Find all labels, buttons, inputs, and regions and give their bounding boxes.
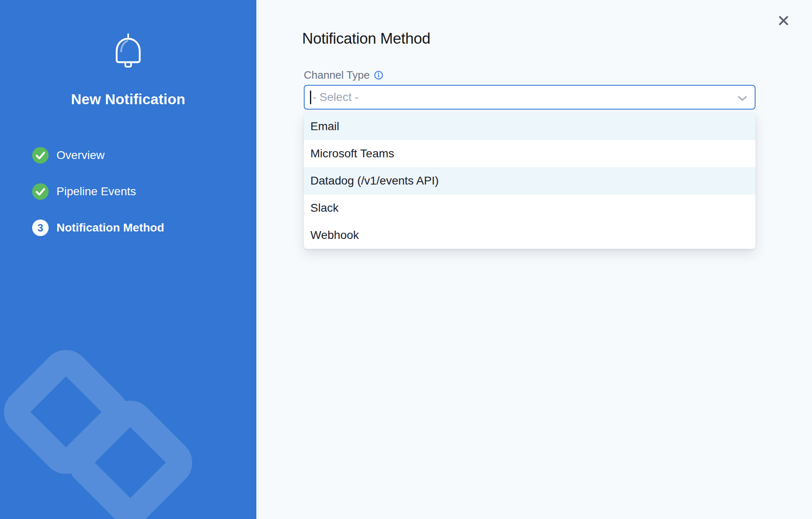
chevron-down-icon — [738, 96, 747, 101]
wizard-title: New Notification — [0, 90, 256, 108]
step-label: Notification Method — [56, 221, 164, 234]
wizard-sidebar: New Notification Overview Pipeline Event… — [0, 0, 256, 519]
channel-type-label: Channel Type — [304, 68, 370, 82]
text-caret — [310, 91, 311, 104]
step-label: Pipeline Events — [56, 185, 136, 198]
select-placeholder: - Select - — [312, 91, 359, 104]
option-webhook[interactable]: Webhook — [304, 222, 756, 249]
info-icon[interactable] — [374, 70, 383, 80]
step-overview[interactable]: Overview — [32, 147, 164, 164]
step-number-badge: 3 — [32, 220, 49, 236]
page-title: Notification Method — [302, 30, 430, 48]
channel-type-dropdown: Email Microsoft Teams Datadog (/v1/event… — [304, 113, 756, 249]
step-complete-check-icon — [32, 183, 49, 200]
wizard-steps: Overview Pipeline Events 3 Notification … — [32, 147, 164, 256]
channel-type-label-row: Channel Type — [304, 68, 383, 82]
notification-method-panel: Notification Method Channel Type - Selec… — [256, 0, 812, 519]
bell-icon — [114, 33, 142, 68]
close-icon — [777, 14, 791, 28]
option-email[interactable]: Email — [304, 113, 756, 140]
channel-type-input[interactable]: - Select - — [304, 85, 756, 110]
step-complete-check-icon — [32, 147, 49, 164]
option-datadog[interactable]: Datadog (/v1/events API) — [304, 167, 756, 194]
step-notification-method[interactable]: 3 Notification Method — [32, 220, 164, 236]
option-microsoft-teams[interactable]: Microsoft Teams — [304, 140, 756, 167]
close-button[interactable] — [777, 14, 791, 28]
brand-watermark — [0, 0, 256, 519]
step-label: Overview — [56, 149, 105, 162]
option-slack[interactable]: Slack — [304, 194, 756, 222]
new-notification-modal: New Notification Overview Pipeline Event… — [0, 0, 812, 519]
step-pipeline-events[interactable]: Pipeline Events — [32, 183, 164, 200]
